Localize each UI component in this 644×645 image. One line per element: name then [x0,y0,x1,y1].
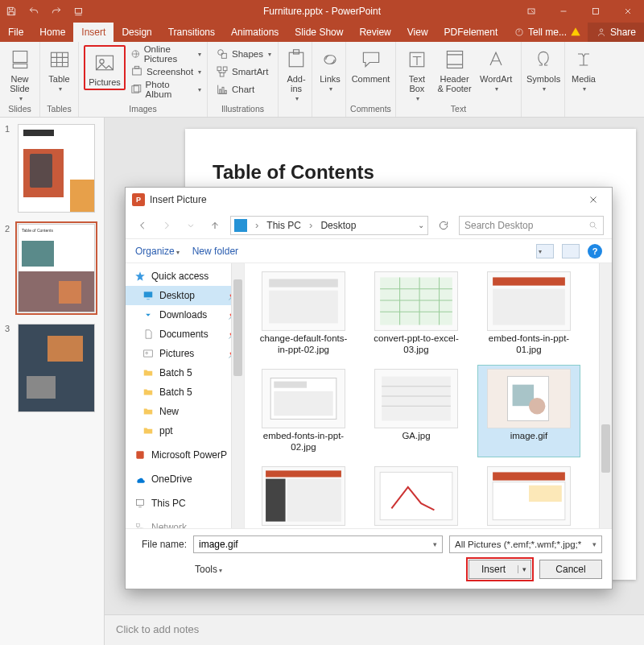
svg-rect-41 [493,277,565,285]
dialog-toolbar: Organize New folder ? [126,239,612,263]
smartart-button[interactable]: SmartArt [213,63,275,81]
table-button[interactable]: Table [45,45,73,93]
breadcrumb-desktop[interactable]: Desktop [320,220,356,231]
svg-point-15 [218,50,224,56]
file-item[interactable]: insert-video-to-ppt.jpg [253,463,354,529]
tree-folder-batch5[interactable]: Batch 5 [126,363,244,382]
organize-button[interactable]: Organize [135,246,180,257]
notes-pane[interactable]: Click to add notes [105,614,644,645]
tree-folder-ppt[interactable]: ppt [126,421,244,440]
svg-rect-45 [274,381,307,387]
filename-input[interactable]: image.gif [193,535,443,553]
start-from-beginning-icon[interactable] [68,0,90,23]
nav-recent-icon[interactable] [182,217,200,234]
shapes-button[interactable]: Shapes [213,45,275,63]
tree-network[interactable]: Network [126,518,244,528]
dialog-close-button[interactable] [581,188,605,212]
file-item[interactable]: convert-ppt-to-excel-03.jpg [365,268,467,359]
tree-downloads[interactable]: Downloads📌 [126,305,244,325]
tree-ms-powerpoint[interactable]: Microsoft PowerP [126,445,244,465]
file-item[interactable]: change-default-fonts-in-ppt-02.jpg [253,268,354,359]
svg-rect-12 [134,66,138,68]
tree-onedrive[interactable]: OneDrive [126,469,244,489]
screenshot-button[interactable]: Screenshot [127,63,204,81]
header-footer-button[interactable]: Header & Footer [435,45,475,93]
dialog-titlebar: P Insert Picture [126,188,612,212]
slide-thumbnails-panel[interactable]: 1 2 Table of Contents 3 [0,118,105,645]
close-icon[interactable] [612,0,644,23]
chart-button[interactable]: Chart [213,81,275,98]
nav-up-icon[interactable] [206,217,224,234]
folder-tree[interactable]: Quick access Desktop📌 Downloads📌 Documen… [126,263,245,528]
photo-album-button[interactable]: Photo Album [127,81,204,98]
slide-thumbnail-3[interactable] [18,324,95,412]
tree-documents[interactable]: Documents📌 [126,325,244,344]
breadcrumb-thispc[interactable]: This PC [266,220,301,231]
file-item[interactable]: embed-fonts-in-ppt-01.jpg [478,268,580,359]
redo-icon[interactable] [45,0,68,23]
file-item[interactable]: GA.jpg [365,366,467,457]
comment-button[interactable]: Comment [351,45,390,84]
symbols-button[interactable]: Symbols [526,45,560,93]
file-item-selected[interactable]: image.gif [478,366,580,457]
tree-folder-batch5-2[interactable]: Batch 5 [126,382,244,402]
file-item[interactable]: embed-fonts-in-ppt-02.jpg [253,366,354,457]
save-icon[interactable] [0,0,23,23]
files-scrollbar[interactable] [599,263,612,528]
tab-transitions[interactable]: Transitions [160,23,223,42]
file-item[interactable]: make-a-powerpoint-on-mac-02.jpg.png [478,463,580,529]
insert-button[interactable]: Insert [469,560,531,579]
pictures-folder-icon [142,347,155,360]
pictures-button[interactable]: Pictures [87,48,122,87]
tab-slideshow[interactable]: Slide Show [287,23,351,42]
new-folder-button[interactable]: New folder [192,246,238,257]
undo-icon[interactable] [23,0,45,23]
cancel-button[interactable]: Cancel [539,560,602,579]
new-slide-button[interactable]: New Slide [5,45,35,102]
wordart-button[interactable]: WordArt [476,45,516,93]
view-mode-button[interactable] [536,244,554,258]
tab-pdfelement[interactable]: PDFelement [436,23,506,42]
slide-thumbnail-1[interactable] [18,124,95,213]
tree-quick-access[interactable]: Quick access [126,267,244,286]
address-bar[interactable]: This PC Desktop ⌄ [230,216,428,235]
textbox-button[interactable]: Text Box [401,45,433,102]
file-grid[interactable]: change-default-fonts-in-ppt-02.jpg conve… [245,263,612,528]
file-item[interactable]: make-a-powerpoint-on-mac-02.jpg [365,463,467,529]
share-button[interactable]: Share [588,23,644,42]
media-button[interactable]: Media [570,45,597,93]
nav-forward-icon[interactable] [158,217,175,234]
tree-folder-new[interactable]: New [126,402,244,421]
ribbon-options-icon[interactable] [515,0,547,23]
svg-rect-56 [287,478,341,521]
svg-rect-31 [136,451,143,458]
tab-home[interactable]: Home [31,23,73,42]
minimize-icon[interactable] [547,0,580,23]
nav-back-icon[interactable] [134,217,151,234]
slide-thumbnail-2[interactable]: Table of Contents [18,224,95,312]
links-button[interactable]: Links [317,45,343,93]
tab-review[interactable]: Review [351,23,398,42]
addins-button[interactable]: Add- ins [283,45,309,102]
tab-design[interactable]: Design [114,23,159,42]
refresh-icon[interactable] [435,217,452,234]
help-icon[interactable]: ? [588,244,602,258]
preview-pane-button[interactable] [562,244,580,258]
tab-file[interactable]: File [0,23,31,42]
tree-desktop[interactable]: Desktop📌 [126,286,244,305]
search-input[interactable]: Search Desktop [459,216,604,235]
svg-point-30 [146,352,147,354]
tell-me-search[interactable]: Tell me... [507,23,588,42]
online-pictures-button[interactable]: Online Pictures [127,45,204,63]
tools-button[interactable]: Tools [195,564,222,575]
tab-animations[interactable]: Animations [223,23,287,42]
tab-view[interactable]: View [399,23,436,42]
maximize-icon[interactable] [580,0,612,23]
file-type-filter[interactable]: All Pictures (*.emf;*.wmf;*.jpg;* [449,535,602,553]
svg-rect-17 [217,67,221,71]
slide-title[interactable]: Table of Contents [213,161,374,184]
tab-insert[interactable]: Insert [73,23,114,42]
tree-scrollbar[interactable] [231,263,244,528]
tree-this-pc[interactable]: This PC [126,494,244,513]
tree-pictures[interactable]: Pictures📌 [126,344,244,363]
